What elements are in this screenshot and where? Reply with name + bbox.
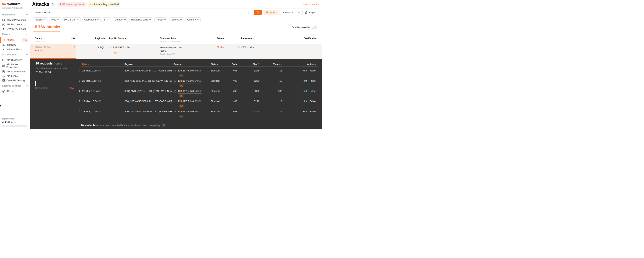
filter-chip-country[interactable]: Country [185, 18, 200, 22]
sidebar-item-threat-prevention[interactable]: Threat Prevention [2, 18, 28, 22]
search-input[interactable] [35, 11, 248, 14]
chevron-right-icon[interactable] [79, 90, 80, 92]
request-payload[interactable]: 053' AND 5020 IN ... CT (CASE WHEN (50 .… [124, 79, 172, 82]
filter-chip-type[interactable]: Type [49, 18, 61, 22]
request-date: 23 Mar, 10:54:50 [82, 100, 101, 103]
request-code: 403 [232, 90, 237, 92]
request-row[interactable]: 23 Mar, 10:54:51053' AND 5020 IN ... CT … [30, 78, 322, 88]
brand-name: wallarm [7, 2, 20, 6]
hint-action[interactable]: Hint [302, 69, 307, 72]
column-header-status: Status [216, 37, 224, 40]
chevron-right-icon[interactable] [79, 100, 80, 103]
filter-chip-response-code[interactable]: Response code [129, 18, 153, 22]
column-header-date[interactable]: Date▼ [35, 37, 42, 40]
attack-payloads[interactable]: 3 SQLi [86, 46, 106, 49]
attack-ip[interactable]: 138.197.5.146 [113, 46, 130, 49]
detail-column-time[interactable]: Time ms [269, 63, 282, 66]
request-ip[interactable]: 138.197.5.146:54382 [178, 90, 202, 94]
filter-chip-23-mar[interactable]: 23 Mar [62, 18, 80, 22]
false-action[interactable]: False [310, 79, 316, 82]
how-to-search-link[interactable]: How to search [304, 3, 319, 6]
datacenter-badge[interactable]: DC [179, 104, 184, 108]
braces-icon: {✓} [2, 59, 5, 61]
request-payload[interactable]: 200_1053) AND 5020 IN ... CT (CASE WHE..… [124, 110, 172, 113]
request-ip[interactable]: 138.197.5.146:55696 [178, 69, 202, 73]
filter-button[interactable]: Filter [264, 10, 278, 15]
datacenter-badge[interactable]: DC [179, 84, 184, 87]
request-code: 403 [232, 79, 237, 82]
request-row[interactable]: 23 Mar, 10:54:50053') AND 5020 IN ... CT… [30, 88, 322, 99]
sidebar-section-api-security[interactable]: API Security [2, 53, 28, 56]
sidebar-item-api-discovery[interactable]: {✓}API Discovery [2, 58, 28, 62]
detail-column-actions[interactable]: Actions [302, 63, 316, 66]
request-ip[interactable]: 138.197.5.146:54922 [178, 79, 202, 84]
chevron-right-icon[interactable] [79, 79, 80, 82]
filter-chip-source[interactable]: Source [170, 18, 184, 22]
queries-button[interactable]: Queries [280, 10, 296, 15]
sidebar-section-dashboards[interactable]: Dashboards [2, 13, 28, 16]
detail-column-size[interactable]: Size B [248, 63, 260, 66]
report-button[interactable]: Report [302, 10, 319, 15]
sort-by-latest-toggle[interactable] [312, 26, 317, 29]
sidebar-item-api-abuse-prevention[interactable]: API Abuse Prevention [2, 62, 28, 69]
filter-chip-attacks[interactable]: Attacks [33, 18, 48, 22]
chevron-right-icon[interactable] [79, 69, 80, 72]
request-payload[interactable]: 200_1053 AND 5020 IN ... CT (CASE WHEN..… [124, 100, 172, 103]
request-payload[interactable]: 053') AND 5020 IN ... CT (CASE WHEN (50 [124, 90, 172, 92]
filter-chip-target[interactable]: Target [154, 18, 168, 22]
request-ip[interactable]: 138.197.5.146:53986 [178, 100, 202, 104]
sidebar-item-api-leaks[interactable]: API Leaks [2, 74, 28, 78]
attack-date: 23 Mar, 10:54 [35, 46, 50, 48]
chevron-down-icon[interactable] [32, 46, 34, 48]
detail-column-source: Source [174, 63, 182, 66]
search-box[interactable]: / [33, 10, 253, 15]
attack-source[interactable]: US 138.197.5.146 [109, 46, 130, 49]
sidebar-section-security-controls[interactable]: Security controls [2, 84, 28, 87]
attacks-now-badge[interactable]: 33 attacks right now [58, 2, 86, 6]
hint-action[interactable]: Hint [302, 110, 307, 113]
country-code: US [174, 100, 176, 103]
filter-chip-ip[interactable]: IP [102, 18, 111, 22]
detail-rows: 23 Mar, 10:54:52200_1053 AND 5020 IN ...… [30, 68, 322, 119]
hint-action[interactable]: Hint [302, 79, 307, 82]
chevron-right-icon[interactable] [79, 110, 80, 113]
column-header-hits[interactable]: Hits [62, 37, 75, 40]
favorite-star-icon[interactable]: ☆ [296, 10, 302, 15]
search-button[interactable] [254, 10, 262, 15]
datacenter-badge[interactable]: DC [113, 51, 118, 54]
sidebar-item-incidents[interactable]: ⚠Incidents [2, 42, 28, 47]
false-action[interactable]: False [310, 100, 316, 103]
sidebar-item-vulnerabilities[interactable]: ☣Vulnerabilities [2, 47, 28, 51]
request-status: Blocked [210, 79, 220, 82]
request-row[interactable]: 23 Mar, 10:54:49200_1053) AND 5020 IN ..… [30, 109, 322, 119]
help-icon[interactable]: ? [51, 3, 54, 6]
request-row[interactable]: 23 Mar, 10:54:50200_1053 AND 5020 IN ...… [30, 99, 322, 109]
false-action[interactable]: False [310, 110, 316, 113]
sidebar-item-owasp-api-2023[interactable]: ✈OWASP API 2023 [2, 27, 28, 31]
false-action[interactable]: False [310, 69, 316, 72]
request-payload[interactable]: 200_1053 AND 5020 IN ... CT (CASE WHEN..… [124, 69, 172, 72]
false-action[interactable]: False [310, 90, 316, 92]
sidebar-item-api-specifications[interactable]: API Specifications [2, 69, 28, 74]
hint-action[interactable]: Hint [302, 100, 307, 103]
detail-column-date[interactable]: Date ▼ [82, 63, 90, 66]
datacenter-badge[interactable]: DC [179, 74, 184, 77]
sidebar-section-events[interactable]: Events [2, 33, 28, 36]
sidebar-item-openapi-testing[interactable]: OpenAPI Testing [2, 78, 28, 83]
sidebar-item-ip-lists[interactable]: IPIP Lists [2, 89, 28, 94]
sampling-help-icon[interactable]: ? [162, 124, 166, 127]
hint-action[interactable]: Hint [302, 90, 307, 92]
request-ip[interactable]: 138.197.5.146:53402 [178, 110, 202, 114]
attack-row-expanded[interactable]: 23 Mar, 10:54 now 5 3 SQLi US 138.197.5.… [30, 44, 322, 59]
logo[interactable]: wallarm [2, 2, 30, 6]
datacenter-badge[interactable]: DC [179, 94, 184, 98]
droplet-icon [2, 75, 5, 78]
monthly-limit-progressbar [2, 125, 28, 127]
request-row[interactable]: 23 Mar, 10:54:52200_1053 AND 5020 IN ...… [30, 68, 322, 78]
sidebar-item-attacks[interactable]: Attacks5 [2, 38, 28, 42]
datacenter-badge[interactable]: DC [179, 115, 184, 118]
filter-chip-application[interactable]: Application [82, 18, 100, 22]
filter-chip-domain[interactable]: Domain [113, 18, 128, 22]
sidebar-item-api-discovery[interactable]: {✓}API Discovery [2, 22, 28, 27]
attack-path: /items [160, 50, 166, 52]
